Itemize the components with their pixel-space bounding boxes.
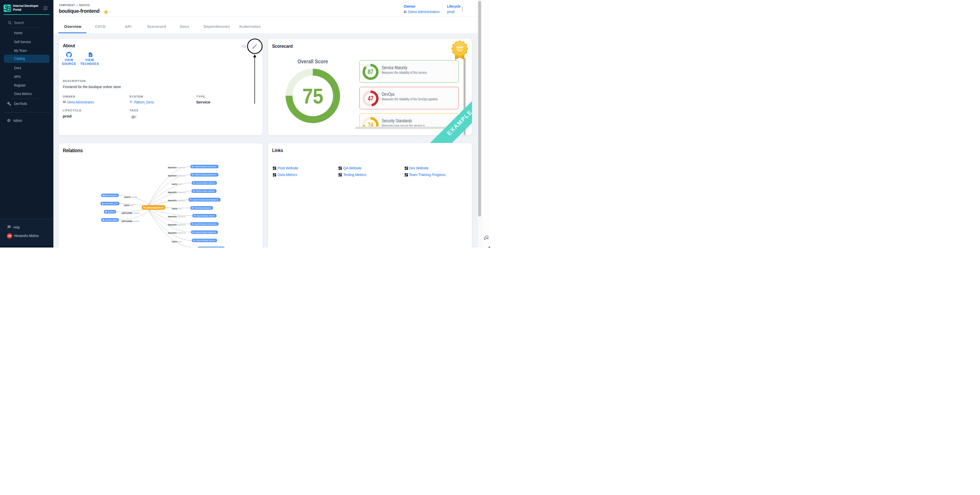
svg-text:dependsOn: dependsOn	[168, 191, 177, 194]
svg-text:apiProvidedBy: apiProvidedBy	[122, 220, 132, 223]
svg-text:47: 47	[368, 95, 374, 102]
svg-text:/ dependencyOf: / dependencyOf	[177, 224, 186, 226]
svg-text:dependsOn: dependsOn	[168, 175, 177, 177]
svg-text:/ ownedBy: / ownedBy	[130, 196, 137, 199]
svg-text:component:boutique-loadgenerat: component:boutique-loadgenerator	[195, 231, 216, 234]
svg-text:hasPart: hasPart	[172, 208, 178, 210]
svg-text:75: 75	[302, 84, 323, 108]
svg-text:component:boutique-productcata: component:boutique-productcatalogservice	[192, 199, 219, 201]
svg-text:component:boutique-shippingser: component:boutique-shippingservice	[194, 207, 211, 209]
svg-text:/ dependencyOf: / dependencyOf	[177, 199, 186, 202]
svg-text:component:boutique-paymentserv: component:boutique-paymentservice	[194, 173, 216, 176]
svg-text:Tier: Tier	[457, 49, 462, 52]
svg-text:/ partOf: / partOf	[129, 204, 134, 207]
svg-text:/ partOf: / partOf	[178, 208, 182, 210]
svg-text:system:Platform_Demo: system:Platform_Demo	[104, 202, 118, 205]
svg-text:/ partOf: / partOf	[178, 240, 182, 243]
svg-text:/ dependencyOf: / dependencyOf	[177, 216, 186, 218]
svg-text:dependsOn: dependsOn	[168, 167, 177, 169]
svg-text:component:boutique-adservice: component:boutique-adservice	[196, 215, 215, 217]
svg-text:dependsOn: dependsOn	[168, 224, 177, 226]
svg-text:hasPart: hasPart	[124, 204, 129, 207]
svg-text:api:starwars-graphql: api:starwars-graphql	[105, 219, 117, 221]
svg-text:/ providesApi: / providesApi	[132, 220, 139, 223]
svg-text:/ providesApi: / providesApi	[132, 212, 139, 214]
svg-text:api:petstore: api:petstore	[108, 210, 115, 213]
svg-text:dependsOn: dependsOn	[168, 232, 177, 234]
svg-text:/ dependencyOf: / dependencyOf	[177, 167, 186, 169]
svg-text:component:boutique-emailservic: component:boutique-emailservice	[195, 190, 215, 192]
svg-text:/ partOf: / partOf	[178, 183, 182, 185]
svg-text:/ dependencyOf: / dependencyOf	[177, 191, 186, 194]
svg-text:component:boutique-frontend: component:boutique-frontend	[146, 206, 164, 209]
svg-text:component:boutique-redisservic: component:boutique-redisservice	[196, 181, 215, 184]
svg-text:?: ?	[8, 226, 9, 228]
svg-text:component:boutique-currencyser: component:boutique-currencyservice	[194, 165, 216, 168]
svg-text:Demo Administrators: Demo Administrators	[105, 194, 117, 197]
svg-text:component:boutique-cartservice: component:boutique-cartservice	[196, 239, 215, 242]
svg-text:/ dependencyOf: / dependencyOf	[177, 232, 186, 234]
svg-text:hasPart: hasPart	[172, 183, 178, 185]
svg-text:/ dependencyOf: / dependencyOf	[177, 175, 186, 177]
svg-text:dependsOn: dependsOn	[168, 199, 177, 202]
svg-text:hasPart: hasPart	[172, 240, 178, 243]
svg-text:Gold: Gold	[456, 46, 463, 49]
svg-text:dependsOn: dependsOn	[168, 216, 177, 218]
svg-text:apiProvidedBy: apiProvidedBy	[122, 212, 132, 214]
svg-text:87: 87	[368, 68, 374, 76]
svg-text:ownerOf: ownerOf	[124, 196, 130, 199]
svg-text:component:boutique-checkoutser: component:boutique-checkoutservice	[194, 223, 217, 225]
